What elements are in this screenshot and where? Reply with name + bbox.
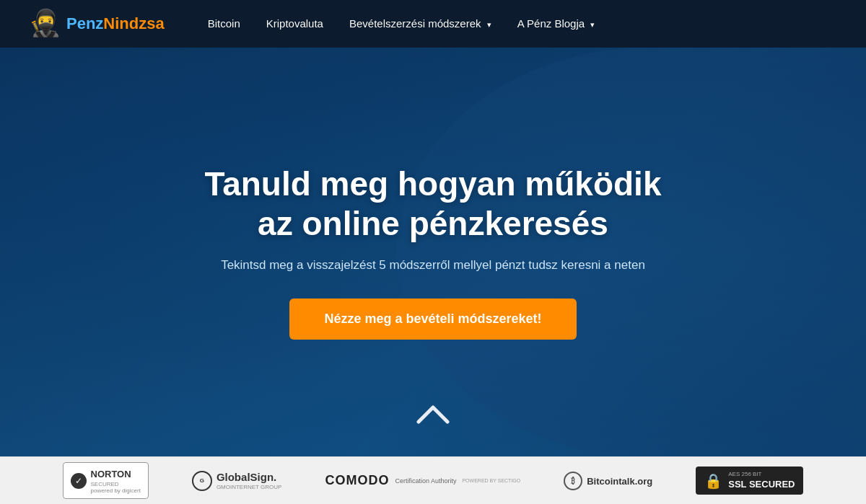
comodo-subtext: POWERED BY SECTIGO bbox=[462, 478, 520, 483]
norton-check-icon: ✓ bbox=[71, 473, 87, 489]
globalsign-sublabel: GMOINTERNET GROUP bbox=[216, 484, 282, 490]
comodo-sublabel: Certification Authority bbox=[395, 477, 456, 485]
bitcointalk-badge: ₿ Bitcointalk.org bbox=[564, 472, 652, 490]
chevron-down-icon: ▾ bbox=[590, 20, 595, 29]
norton-label: NORTON bbox=[91, 469, 131, 479]
hero-subtitle: Tekintsd meg a visszajelzést 5 módszerrő… bbox=[205, 258, 662, 273]
bitcoin-icon: ₿ bbox=[564, 472, 582, 490]
globalsign-icon: G bbox=[192, 471, 212, 491]
trust-bar: ✓ NORTON SECURED powered by digicert G G… bbox=[0, 456, 866, 504]
chevron-down-icon: ▾ bbox=[487, 20, 491, 29]
chevron-up-icon bbox=[415, 404, 451, 425]
hero-title: Tanuld meg hogyan működik az online pénz… bbox=[205, 164, 662, 244]
comodo-label: COMODO bbox=[325, 473, 389, 488]
nav-link-blog[interactable]: A Pénz Blogja ▾ bbox=[517, 17, 595, 30]
navbar: 🥷 PenzNindzsa Bitcoin Kriptovaluta Bevét… bbox=[0, 0, 866, 48]
nav-item-bevételszerzési[interactable]: Bevételszerzési módszerek ▾ bbox=[349, 17, 491, 30]
logo[interactable]: 🥷 PenzNindzsa bbox=[29, 8, 165, 40]
nav-link-bevételszerzési[interactable]: Bevételszerzési módszerek ▾ bbox=[349, 17, 491, 30]
nav-link-kriptovaluta[interactable]: Kriptovaluta bbox=[266, 17, 323, 30]
hero-cta-button[interactable]: Nézze meg a bevételi módszereket! bbox=[289, 299, 576, 340]
norton-badge: ✓ NORTON SECURED powered by digicert bbox=[63, 462, 149, 498]
logo-text: PenzNindzsa bbox=[66, 14, 165, 33]
ssl-sublabel: AES 256 BIT bbox=[728, 471, 795, 477]
nav-link-bitcoin[interactable]: Bitcoin bbox=[208, 17, 240, 30]
hero-content: Tanuld meg hogyan működik az online pénz… bbox=[191, 164, 676, 340]
comodo-badge: COMODO Certification Authority POWERED B… bbox=[325, 473, 520, 488]
scroll-up-chevron[interactable] bbox=[415, 404, 451, 430]
globalsign-label: GlobalSign. bbox=[216, 471, 276, 483]
nav-item-bitcoin[interactable]: Bitcoin bbox=[208, 17, 240, 30]
ssl-label: SSL SECURED bbox=[728, 479, 795, 490]
globalsign-badge: G GlobalSign. GMOINTERNET GROUP bbox=[192, 471, 282, 491]
nav-item-kriptovaluta[interactable]: Kriptovaluta bbox=[266, 17, 323, 30]
hero-section: Tanuld meg hogyan működik az online pénz… bbox=[0, 48, 866, 456]
bitcointalk-label: Bitcointalk.org bbox=[587, 476, 652, 487]
norton-subtext: powered by digicert bbox=[91, 487, 141, 495]
nav-menu: Bitcoin Kriptovaluta Bevételszerzési mód… bbox=[208, 17, 595, 30]
logo-ninja-icon: 🥷 bbox=[29, 8, 61, 40]
nav-item-blog[interactable]: A Pénz Blogja ▾ bbox=[517, 17, 595, 30]
norton-sublabel: SECURED bbox=[91, 481, 141, 488]
lock-icon: 🔒 bbox=[704, 472, 722, 490]
ssl-badge: 🔒 AES 256 BIT SSL SECURED bbox=[696, 467, 803, 495]
